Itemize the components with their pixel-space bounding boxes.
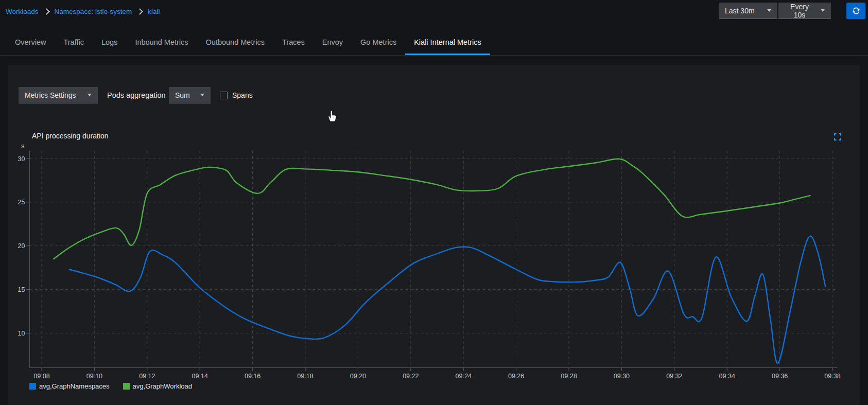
y-tick-label: 15	[18, 286, 25, 293]
metrics-line-chart: 101520253009:0809:1009:1209:1409:1609:18…	[0, 0, 868, 405]
y-tick-label: 10	[18, 330, 25, 337]
y-tick-label: 30	[18, 155, 25, 163]
legend-label: avg,GraphWorkload	[133, 382, 192, 390]
series-line-avg-graphworkload	[54, 159, 810, 259]
x-tick-label: 09:12	[139, 373, 155, 380]
x-tick-label: 09:16	[245, 373, 261, 380]
series-line-avg-graphnamespaces	[70, 236, 825, 363]
legend-label: avg,GraphNamespaces	[39, 382, 110, 390]
chart-legend: avg,GraphNamespacesavg,GraphWorkload	[29, 382, 205, 390]
legend-swatch-icon	[123, 383, 130, 390]
x-tick-label: 09:30	[614, 373, 630, 380]
x-tick-label: 09:36	[772, 373, 788, 380]
kiali-workload-details-page: WorkloadsNamespace: istio-systemkiali La…	[0, 0, 868, 405]
x-tick-label: 09:10	[86, 373, 102, 380]
y-tick-label: 20	[18, 242, 25, 250]
y-tick-label: 25	[18, 199, 25, 206]
x-tick-label: 09:24	[456, 373, 472, 380]
x-tick-label: 09:08	[33, 373, 49, 380]
x-tick-label: 09:38	[824, 373, 840, 380]
x-tick-label: 09:14	[192, 373, 208, 380]
x-tick-label: 09:32	[666, 373, 682, 380]
x-tick-label: 09:20	[350, 373, 366, 380]
x-tick-label: 09:26	[508, 373, 524, 380]
x-tick-label: 09:28	[561, 373, 577, 380]
legend-item-avg-graphworkload[interactable]: avg,GraphWorkload	[123, 382, 192, 390]
legend-swatch-icon	[29, 383, 36, 390]
x-tick-label: 09:22	[403, 373, 419, 380]
legend-item-avg-graphnamespaces[interactable]: avg,GraphNamespaces	[29, 382, 110, 390]
x-tick-label: 09:34	[719, 373, 735, 380]
x-tick-label: 09:18	[297, 373, 313, 380]
